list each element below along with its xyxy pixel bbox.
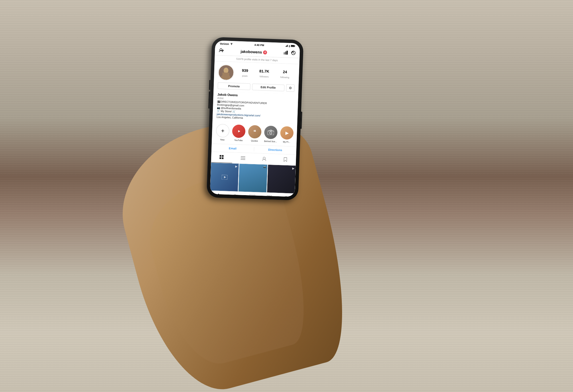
video-icon-3: ▶ [292,167,295,170]
followers-count: 81.7K [259,69,269,73]
svg-rect-28 [241,159,245,160]
svg-point-21 [270,132,272,134]
svg-rect-2 [286,46,287,47]
svg-point-37 [284,196,289,197]
svg-rect-3 [287,45,287,47]
svg-point-0 [231,45,231,45]
svg-rect-23 [222,155,223,157]
highlight-quotes[interactable]: ❝ Quotes [248,125,262,142]
add-person-icon[interactable] [219,48,224,53]
posts-count: 939 [242,68,248,73]
tab-saved[interactable] [274,154,296,166]
nav-likes[interactable] [261,195,278,197]
email-button[interactable]: Email [211,144,254,153]
highlight-label-quotes: Quotes [251,140,258,142]
status-right: ₿ [286,45,295,48]
bio-section: Jakob Owens Artist 🎬DIRECTOR/EDITOR/DP/A… [213,91,298,124]
following-count: 24 [280,70,290,74]
svg-marker-19 [238,130,240,132]
svg-rect-12 [285,51,286,54]
battery-icon [291,45,295,48]
tab-grid[interactable] [211,152,233,163]
nav-add[interactable] [244,194,261,197]
wifi-icon [230,43,233,46]
signal-icon [286,45,288,48]
photo-cell-3[interactable]: ▶ [267,165,296,194]
status-left: Verizon [220,42,233,46]
svg-rect-25 [222,157,223,159]
nav-icons [284,50,296,56]
svg-rect-6 [295,46,295,46]
highlight-behind[interactable]: Behind Sce... [264,126,278,143]
svg-rect-13 [286,50,288,54]
highlight-label-youtube: YouTube [234,139,243,142]
avatar-image [219,65,234,80]
nav-profile[interactable] [278,195,295,197]
highlight-circle-quotes: ❝ [248,125,262,139]
phone-device: Verizon 4:40 PM [206,37,303,201]
photo-grid: ▶ 📷 ▶ [210,163,296,194]
stat-followers[interactable]: 81.7K followers [259,69,269,79]
settings-button[interactable]: ⚙ [286,84,295,92]
highlight-circle-youtube [232,124,246,138]
following-label: following [280,76,289,79]
phone-screen: Verizon 4:40 PM [210,40,300,197]
history-icon[interactable] [291,50,296,56]
visits-text: 51976 profile visits in the last 7 days [236,58,278,62]
stats-section: 939 posts 81.7K followers 24 following [214,61,299,85]
edit-profile-button[interactable]: Edit Profile [252,83,284,91]
photo-cell-1[interactable]: ▶ [210,163,239,192]
directions-button[interactable]: Directions [254,145,296,154]
svg-rect-34 [249,195,255,197]
nav-search[interactable] [227,194,244,197]
highlight-youtube[interactable]: YouTube [232,124,246,142]
avatar[interactable] [218,64,234,81]
video-icon-1: ▶ [235,165,238,168]
scene: Verizon 4:40 PM [158,24,415,368]
story-highlights: + New YouTube ❝ [212,121,297,147]
nav-username: jakobowens 4 [241,49,267,54]
highlight-circle-new: + [216,124,230,138]
stat-following[interactable]: 24 following [280,70,289,79]
username-text: jakobowens [241,49,262,54]
posts-label: posts [242,75,248,77]
status-time: 4:40 PM [254,44,264,47]
svg-rect-11 [284,52,285,54]
followers-label: followers [260,75,269,78]
svg-rect-18 [222,72,229,78]
svg-rect-20 [268,131,274,135]
highlight-label-new: New [220,138,225,141]
svg-rect-4 [287,45,288,47]
bluetooth-icon: ₿ [289,45,290,47]
carrier-text: Verizon [220,42,229,46]
svg-rect-1 [286,46,286,47]
svg-rect-7 [291,45,294,46]
notification-badge: 4 [263,50,267,54]
camera-icon-2: 📷 [263,166,266,168]
svg-rect-22 [219,155,221,157]
photo-cell-2[interactable]: 📷 [238,164,267,193]
svg-rect-27 [241,158,245,158]
highlight-new[interactable]: + New [216,124,229,141]
stat-posts[interactable]: 939 posts [242,68,248,78]
svg-point-32 [233,195,236,197]
promote-button[interactable]: Promote [218,82,250,90]
highlight-circle-mypro: ▶ [280,126,294,140]
highlight-mypro[interactable]: ▶ My Pr... [280,126,294,144]
highlight-label-behind: Behind Sce... [264,140,277,143]
stats-numbers: 939 posts 81.7K followers 24 following [236,68,295,80]
highlight-circle-behind [264,126,278,139]
svg-rect-26 [241,156,245,157]
tab-tagged[interactable] [253,153,275,165]
highlight-label-mypro: My Pr... [283,140,290,143]
chart-icon[interactable] [284,50,289,56]
svg-marker-31 [224,176,226,178]
svg-rect-24 [219,157,221,159]
tab-list[interactable] [232,152,254,164]
